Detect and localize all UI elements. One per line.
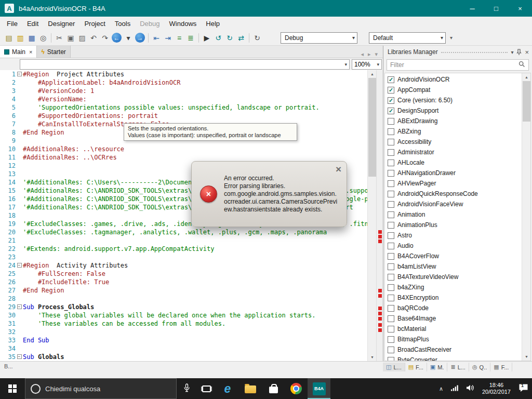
- scrollbar-thumb[interactable]: [523, 81, 530, 122]
- fold-marker[interactable]: −: [16, 353, 23, 361]
- checkbox[interactable]: [388, 180, 394, 187]
- library-item[interactable]: ByteConverter: [385, 355, 530, 361]
- library-item[interactable]: B4ATextureVideoView: [385, 272, 530, 282]
- checkbox[interactable]: ✓: [388, 97, 394, 104]
- checkbox[interactable]: [388, 274, 394, 281]
- undo-icon[interactable]: ↶: [88, 32, 99, 44]
- library-item[interactable]: AnimationPlus: [385, 220, 530, 230]
- navigate-forward-button[interactable]: →: [135, 33, 145, 43]
- panel-tab-modules[interactable]: ▣M.: [427, 363, 448, 371]
- panel-close-button[interactable]: ×: [525, 48, 529, 56]
- checkbox[interactable]: [388, 315, 394, 322]
- dialog-close-icon[interactable]: ×: [336, 165, 341, 174]
- cortana-search-box[interactable]: Chiedimi qualcosa: [25, 378, 177, 399]
- checkbox[interactable]: [388, 357, 394, 362]
- library-item[interactable]: AHViewPager: [385, 178, 530, 189]
- tab-close-icon[interactable]: ×: [29, 49, 32, 55]
- bottom-left-tab[interactable]: B...: [0, 362, 17, 371]
- library-item[interactable]: Astro: [385, 230, 530, 241]
- uncomment-icon[interactable]: ≣: [185, 32, 196, 44]
- library-item[interactable]: Administrator: [385, 147, 530, 157]
- panel-tab-libraries[interactable]: ◫L...: [383, 363, 405, 371]
- pin-icon[interactable]: [516, 49, 522, 56]
- checkbox[interactable]: [388, 326, 394, 332]
- library-item[interactable]: Accessibility: [385, 137, 530, 147]
- menu-project[interactable]: Project: [79, 18, 110, 30]
- panel-tab-quick-search[interactable]: ◎Q..: [469, 363, 490, 371]
- library-item[interactable]: Audio: [385, 241, 530, 251]
- find-icon[interactable]: ◎: [37, 32, 49, 44]
- save-icon[interactable]: ▦: [26, 32, 37, 44]
- fold-marker[interactable]: −: [16, 303, 23, 311]
- library-item[interactable]: BroadCastReceiver: [385, 344, 530, 355]
- library-item[interactable]: Animation: [385, 209, 530, 220]
- tab-prev-button[interactable]: ◂: [361, 51, 364, 58]
- library-item[interactable]: b4amListView: [385, 261, 530, 272]
- checkbox[interactable]: [388, 118, 394, 125]
- scroll-up-arrow[interactable]: ▲: [522, 73, 531, 81]
- task-view-button[interactable]: [196, 378, 216, 399]
- checkbox[interactable]: [388, 243, 394, 249]
- taskbar-store-button[interactable]: [262, 378, 285, 399]
- panel-tab-logs[interactable]: ≣L...: [447, 363, 469, 371]
- checkbox[interactable]: ✓: [388, 108, 394, 114]
- fold-collapse-icon[interactable]: −: [17, 72, 22, 76]
- scroll-down-arrow[interactable]: ▼: [368, 353, 377, 361]
- checkbox[interactable]: [388, 159, 394, 166]
- menu-debug[interactable]: Debug: [135, 18, 164, 30]
- fold-marker[interactable]: −: [16, 70, 23, 78]
- cut-icon[interactable]: ✂: [54, 32, 65, 44]
- redo-icon[interactable]: ↷: [99, 32, 111, 44]
- new-file-icon[interactable]: ▤: [3, 32, 15, 44]
- checkbox[interactable]: [388, 211, 394, 218]
- menu-windows[interactable]: Windows: [165, 18, 202, 30]
- checkbox[interactable]: [388, 295, 394, 301]
- library-item[interactable]: ✓DesignSupport: [385, 105, 530, 116]
- refresh-icon[interactable]: ↻: [251, 32, 263, 44]
- library-filter-input[interactable]: Filter: [387, 59, 529, 71]
- checkbox[interactable]: [388, 149, 394, 156]
- step-back-icon[interactable]: ↺: [212, 32, 224, 44]
- outdent-icon[interactable]: ⇤: [151, 32, 162, 44]
- close-button[interactable]: ×: [508, 0, 532, 17]
- checkbox[interactable]: [388, 128, 394, 135]
- checkbox[interactable]: [388, 347, 394, 353]
- open-folder-icon[interactable]: ▥: [15, 32, 26, 44]
- library-item[interactable]: ✓AndroidVisionOCR: [385, 74, 530, 85]
- library-list[interactable]: ✓AndroidVisionOCR✓AppCompat✓Core (versio…: [384, 73, 531, 361]
- library-item[interactable]: b4aZXing: [385, 282, 530, 292]
- checkbox[interactable]: [388, 170, 394, 177]
- library-item[interactable]: ✓AppCompat: [385, 85, 530, 95]
- library-item[interactable]: Base64Image: [385, 313, 530, 324]
- library-item[interactable]: B4ACoverFlow: [385, 251, 530, 261]
- microphone-button[interactable]: [177, 378, 196, 399]
- tab-next-button[interactable]: ▸: [368, 51, 371, 58]
- scroll-down-arrow[interactable]: ▼: [522, 353, 531, 361]
- checkbox[interactable]: ✓: [388, 87, 394, 94]
- zoom-combo[interactable]: 100% ▾: [352, 59, 382, 70]
- panel-drag-grip[interactable]: [441, 52, 508, 53]
- library-item[interactable]: ✓Core (version: 6.50): [385, 95, 530, 105]
- checkbox[interactable]: [388, 263, 394, 270]
- library-item[interactable]: bcMaterial: [385, 324, 530, 334]
- taskbar-chrome-button[interactable]: [285, 378, 308, 399]
- checkbox[interactable]: [388, 336, 394, 343]
- panel-tab-files[interactable]: ▤F...: [405, 363, 427, 371]
- fold-collapse-icon[interactable]: −: [17, 304, 22, 309]
- copy-icon[interactable]: ▣: [65, 32, 76, 44]
- menu-edit[interactable]: Edit: [22, 18, 43, 30]
- library-scrollbar[interactable]: ▲ ▼: [522, 73, 530, 361]
- library-item[interactable]: baQRCode: [385, 303, 530, 313]
- menu-help[interactable]: Help: [201, 18, 224, 30]
- paste-icon[interactable]: ▨: [76, 32, 88, 44]
- library-item[interactable]: AHLocale: [385, 157, 530, 168]
- library-item[interactable]: ABZxing: [385, 126, 530, 137]
- navigate-back-button[interactable]: ←: [112, 33, 122, 43]
- checkbox[interactable]: [388, 253, 394, 260]
- menu-file[interactable]: File: [2, 18, 22, 30]
- network-button[interactable]: [447, 378, 462, 399]
- checkbox[interactable]: [388, 191, 394, 197]
- panel-dropdown-button[interactable]: ▾: [511, 49, 513, 55]
- tab-list-dropdown[interactable]: ▾: [375, 51, 378, 58]
- build-mode-combo[interactable]: Debug ▾: [281, 32, 357, 44]
